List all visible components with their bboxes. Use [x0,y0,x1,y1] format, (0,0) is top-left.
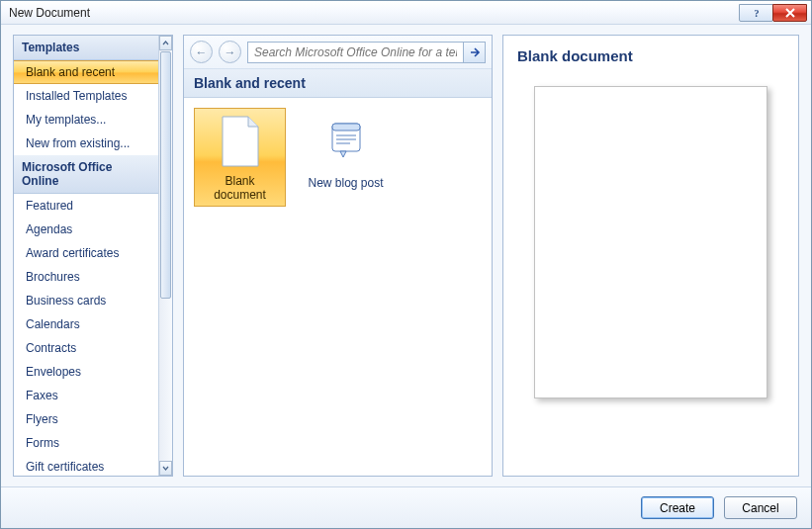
template-label: Blank document [199,174,281,202]
main-toolbar: ← → [184,36,492,69]
preview-page [534,86,767,398]
sidebar-item-faxes[interactable]: Faxes [14,384,158,407]
search-input[interactable] [248,43,463,62]
close-icon [784,7,796,19]
scroll-down-button[interactable] [159,461,172,476]
template-blank-document[interactable]: Blank document [194,108,286,207]
sidebar-header-office-online: Microsoft Office Online [14,155,158,194]
svg-text:?: ? [754,8,759,19]
sidebar-item-agendas[interactable]: Agendas [14,218,158,241]
section-title: Blank and recent [184,69,492,98]
document-icon [217,115,264,168]
cancel-button[interactable]: Cancel [724,496,797,519]
help-icon: ? [751,7,763,19]
scroll-up-button[interactable] [159,36,172,50]
sidebar-header-templates: Templates [14,36,158,60]
sidebar-scrollbar[interactable] [158,36,172,476]
nav-back-button[interactable]: ← [190,41,213,63]
arrow-right-icon [469,46,481,58]
sidebar-item-gift-certificates[interactable]: Gift certificates [14,455,158,476]
sidebar-item-featured[interactable]: Featured [14,194,158,218]
sidebar-item-flyers[interactable]: Flyers [14,407,158,431]
preview-title: Blank document [513,42,788,76]
template-items: Blank document New blog post [184,98,492,217]
search-go-button[interactable] [463,43,485,62]
window-title: New Document [9,6,740,20]
search-box [247,42,486,63]
sidebar-item-award-certificates[interactable]: Award certificates [14,241,158,265]
blog-post-icon [322,115,370,170]
sidebar-item-envelopes[interactable]: Envelopes [14,360,158,384]
chevron-down-icon [162,465,169,472]
sidebar-item-blank-recent[interactable]: Blank and recent [14,60,158,84]
titlebar: New Document ? [1,1,811,25]
chevron-up-icon [162,40,169,46]
arrow-left-icon: ← [196,45,208,59]
window-controls: ? [740,4,807,22]
sidebar-item-installed-templates[interactable]: Installed Templates [14,84,158,108]
template-label: New blog post [308,176,383,190]
template-new-blog-post[interactable]: New blog post [300,108,392,207]
sidebar-item-my-templates[interactable]: My templates... [14,108,158,132]
templates-sidebar: Templates Blank and recent Installed Tem… [13,35,173,477]
new-document-dialog: New Document ? Templates Blank and recen… [0,0,812,529]
nav-forward-button[interactable]: → [219,41,241,63]
scrollbar-thumb[interactable] [160,51,171,299]
sidebar-item-forms[interactable]: Forms [14,431,158,455]
arrow-right-icon: → [225,45,236,59]
sidebar-item-calendars[interactable]: Calendars [14,312,158,336]
close-button[interactable] [772,4,807,22]
dialog-footer: Create Cancel [1,486,811,528]
templates-main-panel: ← → Blank and recent [183,35,493,477]
sidebar-item-brochures[interactable]: Brochures [14,265,158,289]
sidebar-item-business-cards[interactable]: Business cards [14,289,158,312]
sidebar-item-new-from-existing[interactable]: New from existing... [14,132,158,155]
preview-panel: Blank document [502,35,799,477]
create-button[interactable]: Create [641,496,714,519]
svg-rect-2 [332,124,360,131]
help-button[interactable]: ? [739,4,773,22]
sidebar-item-contracts[interactable]: Contracts [14,336,158,360]
